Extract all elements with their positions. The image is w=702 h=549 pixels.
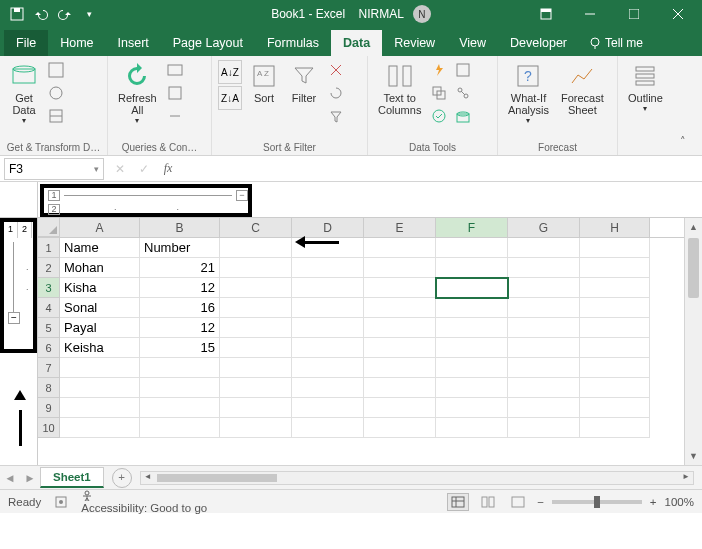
tab-insert[interactable]: Insert [106,30,161,56]
tab-page-layout[interactable]: Page Layout [161,30,255,56]
data-model-icon[interactable] [453,106,473,126]
cell-H8[interactable] [580,378,650,398]
cell-G4[interactable] [508,298,580,318]
reapply-icon[interactable] [326,83,346,103]
cell-C8[interactable] [220,378,292,398]
cell-B1[interactable]: Number [140,238,220,258]
col-header-G[interactable]: G [508,218,580,237]
col-header-F[interactable]: F [436,218,508,237]
view-normal-icon[interactable] [447,493,469,511]
cell-H10[interactable] [580,418,650,438]
outline-button[interactable]: Outline ▾ [624,60,667,115]
col-header-C[interactable]: C [220,218,292,237]
zoom-out-button[interactable]: − [537,496,544,508]
zoom-slider[interactable] [552,500,642,504]
zoom-in-button[interactable]: + [650,496,657,508]
cell-E6[interactable] [364,338,436,358]
row-outline-collapse[interactable]: − [8,312,20,324]
row-outline-level-2[interactable]: 2 [18,222,32,238]
forecast-sheet-button[interactable]: Forecast Sheet [557,60,608,118]
cell-F8[interactable] [436,378,508,398]
tab-review[interactable]: Review [382,30,447,56]
sort-asc-icon[interactable]: A↓Z [218,60,242,84]
cell-A3[interactable]: Kisha [60,278,140,298]
properties-icon[interactable] [165,83,185,103]
col-outline-level-2[interactable]: 2 [48,204,60,215]
cell-G1[interactable] [508,238,580,258]
cell-F6[interactable] [436,338,508,358]
row-header-4[interactable]: 4 [38,298,60,318]
cell-C9[interactable] [220,398,292,418]
text-to-columns-button[interactable]: Text to Columns [374,60,425,118]
cell-G2[interactable] [508,258,580,278]
maximize-button[interactable] [614,0,654,28]
data-validation-icon[interactable] [429,106,449,126]
row-header-7[interactable]: 7 [38,358,60,378]
cell-D3[interactable] [292,278,364,298]
cell-B9[interactable] [140,398,220,418]
cell-A10[interactable] [60,418,140,438]
macro-record-icon[interactable] [55,496,67,508]
col-outline-level-1[interactable]: 1 [48,190,60,201]
sheet-nav-prev[interactable]: ◄ [0,472,20,484]
formula-input[interactable] [180,158,702,180]
tab-data[interactable]: Data [331,30,382,56]
minimize-button[interactable] [570,0,610,28]
row-header-3[interactable]: 3 [38,278,60,298]
col-header-E[interactable]: E [364,218,436,237]
from-table-icon[interactable] [46,106,66,126]
cell-A9[interactable] [60,398,140,418]
cell-C2[interactable] [220,258,292,278]
row-header-2[interactable]: 2 [38,258,60,278]
horizontal-scrollbar[interactable]: ◄ ► [140,471,694,485]
cell-C6[interactable] [220,338,292,358]
add-sheet-button[interactable]: + [112,468,132,488]
cell-B7[interactable] [140,358,220,378]
cell-C5[interactable] [220,318,292,338]
cancel-formula-icon[interactable]: ✕ [108,158,132,180]
cell-G3[interactable] [508,278,580,298]
select-all-triangle[interactable] [38,218,60,237]
cell-B3[interactable]: 12 [140,278,220,298]
cell-D8[interactable] [292,378,364,398]
cell-H1[interactable] [580,238,650,258]
cell-A6[interactable]: Keisha [60,338,140,358]
tab-developer[interactable]: Developer [498,30,579,56]
hscroll-thumb[interactable] [157,474,277,482]
sheet-tab-1[interactable]: Sheet1 [40,467,104,488]
user-avatar[interactable]: N [413,5,431,23]
cell-D4[interactable] [292,298,364,318]
cell-C4[interactable] [220,298,292,318]
advanced-icon[interactable] [326,106,346,126]
tab-file[interactable]: File [4,30,48,56]
cell-G7[interactable] [508,358,580,378]
cell-H2[interactable] [580,258,650,278]
cell-E4[interactable] [364,298,436,318]
scroll-up-icon[interactable]: ▲ [685,218,702,236]
tell-me[interactable]: Tell me [579,30,653,56]
tab-formulas[interactable]: Formulas [255,30,331,56]
cell-B6[interactable]: 15 [140,338,220,358]
filter-button[interactable]: Filter [286,60,322,106]
cell-D2[interactable] [292,258,364,278]
cell-F4[interactable] [436,298,508,318]
cell-E2[interactable] [364,258,436,278]
cell-C1[interactable] [220,238,292,258]
vertical-scrollbar[interactable]: ▲ ▼ [684,218,702,465]
save-icon[interactable] [8,5,26,23]
cell-F10[interactable] [436,418,508,438]
collapse-ribbon-icon[interactable]: ˄ [680,135,696,151]
qat-dropdown-icon[interactable]: ▾ [80,5,98,23]
row-header-9[interactable]: 9 [38,398,60,418]
cell-A7[interactable] [60,358,140,378]
cell-D7[interactable] [292,358,364,378]
cell-G5[interactable] [508,318,580,338]
hscroll-right-icon[interactable]: ► [679,472,693,484]
cell-H6[interactable] [580,338,650,358]
cell-A8[interactable] [60,378,140,398]
cell-H4[interactable] [580,298,650,318]
sort-button[interactable]: A Z Sort [246,60,282,106]
cells-area[interactable]: ABCDEFGH NameNumberMohan21Kisha12Sonal16… [38,218,702,465]
relationships-icon[interactable] [453,83,473,103]
get-data-button[interactable]: Get Data ▾ [6,60,42,127]
